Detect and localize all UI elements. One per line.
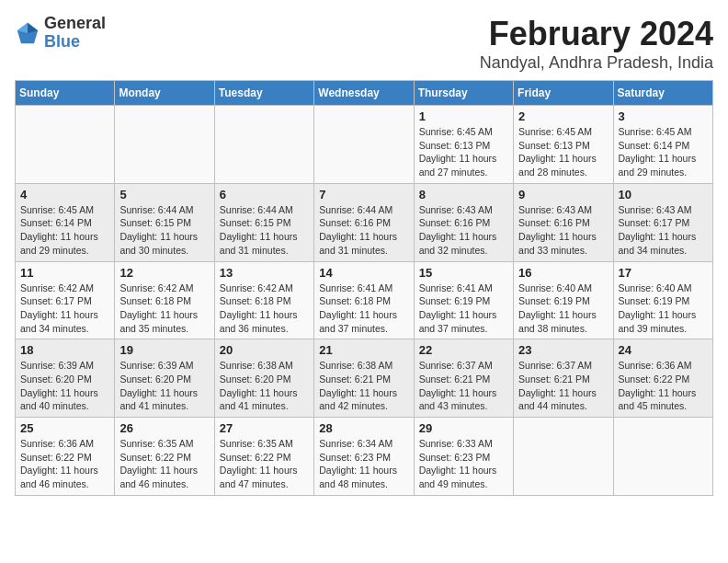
- day-info: Sunrise: 6:42 AM Sunset: 6:18 PM Dayligh…: [220, 282, 309, 336]
- calendar-cell: 27Sunrise: 6:35 AM Sunset: 6:22 PM Dayli…: [214, 418, 313, 496]
- day-number: 12: [119, 266, 209, 280]
- day-info: Sunrise: 6:38 AM Sunset: 6:20 PM Dayligh…: [220, 359, 309, 413]
- calendar-week-row: 11Sunrise: 6:42 AM Sunset: 6:17 PM Dayli…: [16, 261, 713, 339]
- calendar-week-row: 4Sunrise: 6:45 AM Sunset: 6:14 PM Daylig…: [16, 183, 713, 261]
- day-number: 23: [518, 343, 608, 357]
- day-info: Sunrise: 6:42 AM Sunset: 6:17 PM Dayligh…: [20, 282, 109, 336]
- logo-text: General Blue: [44, 15, 106, 52]
- calendar-cell: 9Sunrise: 6:43 AM Sunset: 6:16 PM Daylig…: [514, 183, 613, 261]
- day-info: Sunrise: 6:35 AM Sunset: 6:22 PM Dayligh…: [119, 437, 209, 491]
- day-info: Sunrise: 6:39 AM Sunset: 6:20 PM Dayligh…: [119, 359, 209, 413]
- day-number: 25: [20, 421, 109, 435]
- day-number: 10: [619, 188, 708, 201]
- calendar-cell: 28Sunrise: 6:34 AM Sunset: 6:23 PM Dayli…: [314, 418, 414, 496]
- logo-icon: [15, 20, 40, 46]
- calendar-cell: 25Sunrise: 6:36 AM Sunset: 6:22 PM Dayli…: [16, 418, 115, 496]
- calendar-cell: 22Sunrise: 6:37 AM Sunset: 6:21 PM Dayli…: [414, 339, 513, 418]
- day-number: 7: [319, 188, 408, 201]
- calendar-cell: 12Sunrise: 6:42 AM Sunset: 6:18 PM Dayli…: [115, 261, 214, 339]
- calendar-week-row: 1Sunrise: 6:45 AM Sunset: 6:13 PM Daylig…: [16, 106, 713, 184]
- day-number: 6: [220, 188, 309, 201]
- day-info: Sunrise: 6:34 AM Sunset: 6:23 PM Dayligh…: [319, 437, 408, 491]
- day-info: Sunrise: 6:43 AM Sunset: 6:16 PM Dayligh…: [419, 203, 508, 258]
- day-number: 22: [419, 343, 508, 357]
- calendar-week-row: 18Sunrise: 6:39 AM Sunset: 6:20 PM Dayli…: [16, 339, 713, 418]
- calendar-header-tuesday: Tuesday: [214, 81, 313, 106]
- day-number: 13: [220, 266, 309, 280]
- day-info: Sunrise: 6:43 AM Sunset: 6:17 PM Dayligh…: [619, 203, 708, 258]
- calendar-cell: 6Sunrise: 6:44 AM Sunset: 6:15 PM Daylig…: [214, 183, 313, 261]
- day-info: Sunrise: 6:42 AM Sunset: 6:18 PM Dayligh…: [119, 282, 209, 336]
- calendar-cell: [214, 106, 313, 184]
- day-info: Sunrise: 6:35 AM Sunset: 6:22 PM Dayligh…: [220, 437, 309, 491]
- calendar-body: 1Sunrise: 6:45 AM Sunset: 6:13 PM Daylig…: [16, 106, 713, 496]
- calendar-cell: 29Sunrise: 6:33 AM Sunset: 6:23 PM Dayli…: [414, 418, 513, 496]
- calendar-cell: 21Sunrise: 6:38 AM Sunset: 6:21 PM Dayli…: [314, 339, 414, 418]
- title-section: February 2024 Nandyal, Andhra Pradesh, I…: [480, 15, 713, 73]
- day-number: 19: [119, 343, 209, 357]
- day-number: 28: [319, 421, 408, 435]
- day-info: Sunrise: 6:37 AM Sunset: 6:21 PM Dayligh…: [518, 359, 608, 413]
- calendar-header-wednesday: Wednesday: [314, 81, 414, 106]
- calendar-cell: 15Sunrise: 6:41 AM Sunset: 6:19 PM Dayli…: [414, 261, 513, 339]
- day-info: Sunrise: 6:33 AM Sunset: 6:23 PM Dayligh…: [419, 437, 508, 491]
- day-info: Sunrise: 6:36 AM Sunset: 6:22 PM Dayligh…: [20, 437, 109, 491]
- month-title: February 2024: [480, 15, 713, 53]
- day-number: 18: [20, 343, 109, 357]
- day-number: 26: [119, 421, 209, 435]
- day-info: Sunrise: 6:41 AM Sunset: 6:19 PM Dayligh…: [419, 282, 508, 336]
- day-number: 9: [518, 188, 608, 201]
- calendar-cell: 17Sunrise: 6:40 AM Sunset: 6:19 PM Dayli…: [613, 261, 712, 339]
- calendar-cell: 20Sunrise: 6:38 AM Sunset: 6:20 PM Dayli…: [214, 339, 313, 418]
- day-number: 15: [419, 266, 508, 280]
- day-number: 21: [319, 343, 408, 357]
- day-info: Sunrise: 6:44 AM Sunset: 6:15 PM Dayligh…: [119, 203, 209, 258]
- day-number: 17: [619, 266, 708, 280]
- calendar-cell: [115, 106, 214, 184]
- calendar-cell: 7Sunrise: 6:44 AM Sunset: 6:16 PM Daylig…: [314, 183, 414, 261]
- day-number: 3: [619, 109, 708, 123]
- calendar-header-row: SundayMondayTuesdayWednesdayThursdayFrid…: [16, 81, 713, 106]
- calendar-header-sunday: Sunday: [16, 81, 115, 106]
- day-info: Sunrise: 6:38 AM Sunset: 6:21 PM Dayligh…: [319, 359, 408, 413]
- calendar-week-row: 25Sunrise: 6:36 AM Sunset: 6:22 PM Dayli…: [16, 418, 713, 496]
- day-number: 14: [319, 266, 408, 280]
- day-info: Sunrise: 6:45 AM Sunset: 6:14 PM Dayligh…: [20, 203, 109, 258]
- calendar-header-friday: Friday: [514, 81, 613, 106]
- calendar-cell: [613, 418, 712, 496]
- day-info: Sunrise: 6:36 AM Sunset: 6:22 PM Dayligh…: [619, 359, 708, 413]
- day-number: 29: [419, 421, 508, 435]
- day-info: Sunrise: 6:45 AM Sunset: 6:13 PM Dayligh…: [419, 125, 508, 179]
- logo-blue: Blue: [44, 32, 80, 51]
- logo: General Blue: [15, 15, 106, 52]
- day-info: Sunrise: 6:40 AM Sunset: 6:19 PM Dayligh…: [518, 282, 608, 336]
- calendar-cell: 3Sunrise: 6:45 AM Sunset: 6:14 PM Daylig…: [613, 106, 712, 184]
- calendar-cell: 19Sunrise: 6:39 AM Sunset: 6:20 PM Dayli…: [115, 339, 214, 418]
- calendar-cell: 2Sunrise: 6:45 AM Sunset: 6:13 PM Daylig…: [514, 106, 613, 184]
- calendar-cell: 10Sunrise: 6:43 AM Sunset: 6:17 PM Dayli…: [613, 183, 712, 261]
- day-number: 8: [419, 188, 508, 201]
- calendar-header-saturday: Saturday: [613, 81, 712, 106]
- day-number: 5: [119, 188, 209, 201]
- day-info: Sunrise: 6:44 AM Sunset: 6:15 PM Dayligh…: [220, 203, 309, 258]
- day-number: 24: [619, 343, 708, 357]
- calendar-cell: 24Sunrise: 6:36 AM Sunset: 6:22 PM Dayli…: [613, 339, 712, 418]
- day-number: 20: [220, 343, 309, 357]
- location-title: Nandyal, Andhra Pradesh, India: [480, 53, 713, 73]
- day-info: Sunrise: 6:45 AM Sunset: 6:14 PM Dayligh…: [619, 125, 708, 179]
- calendar-table: SundayMondayTuesdayWednesdayThursdayFrid…: [15, 80, 713, 496]
- day-number: 11: [20, 266, 109, 280]
- day-number: 27: [220, 421, 309, 435]
- calendar-cell: 13Sunrise: 6:42 AM Sunset: 6:18 PM Dayli…: [214, 261, 313, 339]
- day-info: Sunrise: 6:37 AM Sunset: 6:21 PM Dayligh…: [419, 359, 508, 413]
- day-info: Sunrise: 6:40 AM Sunset: 6:19 PM Dayligh…: [619, 282, 708, 336]
- day-number: 1: [419, 109, 508, 123]
- calendar-cell: 11Sunrise: 6:42 AM Sunset: 6:17 PM Dayli…: [16, 261, 115, 339]
- calendar-cell: 8Sunrise: 6:43 AM Sunset: 6:16 PM Daylig…: [414, 183, 513, 261]
- calendar-cell: [514, 418, 613, 496]
- calendar-cell: 5Sunrise: 6:44 AM Sunset: 6:15 PM Daylig…: [115, 183, 214, 261]
- day-info: Sunrise: 6:45 AM Sunset: 6:13 PM Dayligh…: [518, 125, 608, 179]
- calendar-cell: [314, 106, 414, 184]
- header: General Blue February 2024 Nandyal, Andh…: [15, 15, 713, 73]
- day-number: 4: [20, 188, 109, 201]
